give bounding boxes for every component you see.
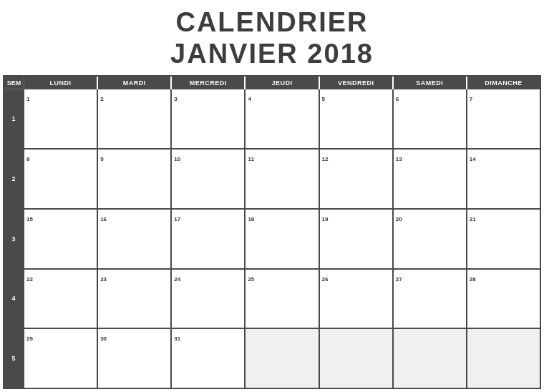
day-cell-23: 23 bbox=[98, 270, 172, 328]
day-cell-10: 10 bbox=[172, 150, 246, 208]
calendar-header: SEM LUNDI MARDI MERCREDI JEUDI VENDREDI … bbox=[4, 77, 541, 89]
day-cell-4: 4 bbox=[246, 89, 319, 148]
sem-header-label: SEM bbox=[4, 77, 24, 89]
day-cell-22: 22 bbox=[24, 270, 98, 328]
day-cell-31: 31 bbox=[172, 329, 246, 388]
day-cell-17: 17 bbox=[172, 210, 246, 268]
calendar-body: 1 1 2 3 4 5 6 7 2 8 9 10 11 12 13 14 bbox=[4, 89, 541, 389]
day-cell-5: 5 bbox=[320, 89, 394, 148]
day-cell-9: 9 bbox=[98, 150, 172, 208]
title-section: CALENDRIER JANVIER 2018 bbox=[0, 0, 544, 75]
day-cell-13: 13 bbox=[394, 150, 467, 208]
header-jeudi: JEUDI bbox=[246, 77, 319, 89]
day-cell-empty-1 bbox=[246, 329, 319, 388]
week-row-1: 1 1 2 3 4 5 6 7 bbox=[4, 89, 541, 150]
day-cell-18: 18 bbox=[246, 210, 319, 268]
day-cell-8: 8 bbox=[24, 150, 98, 208]
day-cell-1: 1 bbox=[24, 89, 98, 148]
day-cell-25: 25 bbox=[246, 270, 319, 328]
day-cell-30: 30 bbox=[98, 329, 172, 388]
day-cell-29: 29 bbox=[24, 329, 98, 388]
calendar-grid: SEM LUNDI MARDI MERCREDI JEUDI VENDREDI … bbox=[3, 75, 541, 389]
day-cell-16: 16 bbox=[98, 210, 172, 268]
calendar-page: CALENDRIER JANVIER 2018 SEM LUNDI MARDI … bbox=[0, 0, 544, 392]
day-cell-2: 2 bbox=[98, 89, 172, 148]
sem-cell-1: 1 bbox=[4, 89, 24, 148]
day-cell-14: 14 bbox=[467, 150, 541, 208]
day-cell-12: 12 bbox=[320, 150, 394, 208]
week-row-3: 3 15 16 17 18 19 20 21 bbox=[4, 210, 541, 270]
title-line2: JANVIER 2018 bbox=[170, 39, 374, 69]
day-cell-21: 21 bbox=[467, 210, 541, 268]
day-cell-27: 27 bbox=[394, 270, 467, 328]
sem-cell-4: 4 bbox=[4, 270, 24, 328]
sem-cell-5: 5 bbox=[4, 329, 24, 388]
header-vendredi: VENDREDI bbox=[320, 77, 394, 89]
title-line1: CALENDRIER bbox=[175, 7, 368, 37]
header-dimanche: DIMANCHE bbox=[467, 77, 541, 89]
day-cell-20: 20 bbox=[394, 210, 467, 268]
week-row-5: 5 29 30 31 bbox=[4, 329, 541, 389]
day-cell-7: 7 bbox=[467, 89, 541, 148]
day-cell-11: 11 bbox=[246, 150, 319, 208]
header-mercredi: MERCREDI bbox=[172, 77, 246, 89]
day-cell-28: 28 bbox=[467, 270, 541, 328]
sem-cell-3: 3 bbox=[4, 210, 24, 268]
day-cell-15: 15 bbox=[24, 210, 98, 268]
day-cell-empty-2 bbox=[320, 329, 394, 388]
day-cell-24: 24 bbox=[172, 270, 246, 328]
day-cell-3: 3 bbox=[172, 89, 246, 148]
day-cell-19: 19 bbox=[320, 210, 394, 268]
header-lundi: LUNDI bbox=[24, 77, 98, 89]
sem-cell-2: 2 bbox=[4, 150, 24, 208]
header-mardi: MARDI bbox=[98, 77, 172, 89]
header-samedi: SAMEDI bbox=[394, 77, 467, 89]
day-cell-6: 6 bbox=[394, 89, 467, 148]
week-row-4: 4 22 23 24 25 26 27 28 bbox=[4, 270, 541, 330]
day-cell-empty-3 bbox=[394, 329, 467, 388]
day-cell-empty-4 bbox=[467, 329, 541, 388]
week-row-2: 2 8 9 10 11 12 13 14 bbox=[4, 150, 541, 210]
calendar-title: CALENDRIER JANVIER 2018 bbox=[0, 7, 544, 69]
day-cell-26: 26 bbox=[320, 270, 394, 328]
